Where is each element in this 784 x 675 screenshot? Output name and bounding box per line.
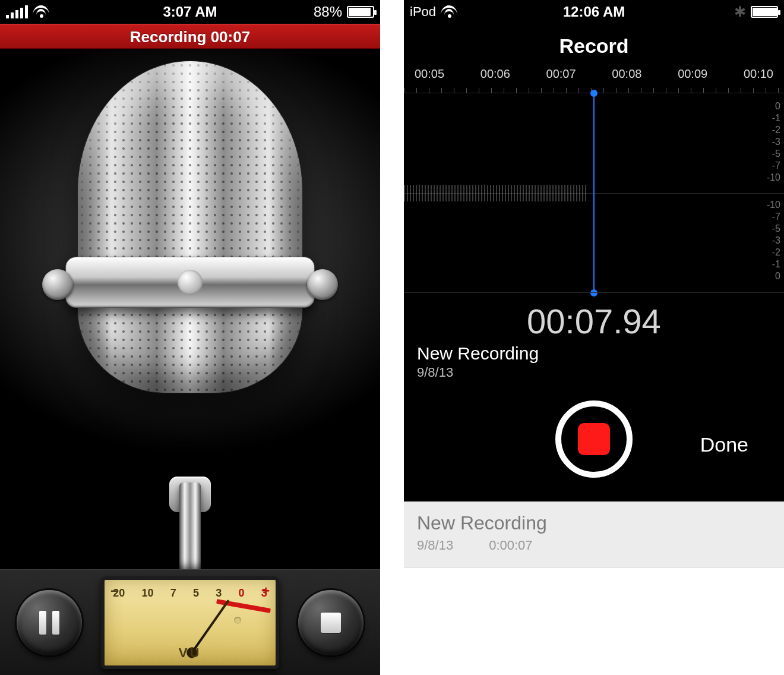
status-bar: 3:07 AM 88% bbox=[0, 0, 380, 24]
recording-banner: Recording 00:07 bbox=[0, 24, 380, 49]
vu-tick: 0 bbox=[239, 587, 245, 600]
ruler-tick: 00:08 bbox=[612, 67, 641, 93]
vu-tick: 20 bbox=[113, 587, 125, 600]
pause-icon bbox=[39, 611, 59, 635]
stop-icon bbox=[578, 423, 610, 455]
ruler-tick: 00:10 bbox=[744, 67, 773, 93]
ruler-tick: 00:05 bbox=[415, 67, 444, 93]
waveform-area[interactable]: 0-1-2 -3-5-7 -10 -10-7-5 -3-2-1 0 bbox=[404, 93, 784, 293]
list-item[interactable]: New Recording 9/8/13 0:00:07 bbox=[404, 501, 784, 568]
vu-peak-dot-icon bbox=[234, 617, 241, 624]
vu-tick: 3 bbox=[216, 587, 222, 600]
list-item-date: 9/8/13 bbox=[417, 538, 453, 553]
microphone-band-icon bbox=[65, 257, 315, 308]
list-item-name: New Recording bbox=[417, 512, 771, 534]
status-time: 12:06 AM bbox=[404, 4, 784, 20]
vu-tick: 10 bbox=[141, 587, 153, 600]
page-title: Record bbox=[404, 24, 784, 67]
done-button[interactable]: Done bbox=[700, 433, 748, 456]
recording-date: 9/8/13 bbox=[404, 365, 784, 395]
control-bar: − + 20 10 7 5 3 0 3 VU bbox=[0, 569, 380, 675]
ruler-tick: 00:06 bbox=[480, 67, 510, 93]
pause-button[interactable] bbox=[17, 590, 82, 655]
vu-tick: 7 bbox=[170, 587, 176, 600]
waveform-trace-icon bbox=[404, 185, 586, 201]
status-bar: iPod 12:06 AM ✱ bbox=[404, 0, 784, 24]
vu-label: VU bbox=[105, 645, 276, 661]
record-controls: Done bbox=[404, 395, 784, 501]
microphone-logo-icon bbox=[178, 270, 203, 295]
microphone-graphic bbox=[0, 49, 380, 583]
stop-button[interactable] bbox=[298, 590, 363, 655]
ruler-tick: 00:09 bbox=[678, 67, 707, 93]
db-scale-upper: 0-1-2 -3-5-7 -10 bbox=[767, 100, 780, 184]
list-item-duration: 0:00:07 bbox=[489, 538, 532, 553]
battery-icon bbox=[347, 6, 374, 18]
stop-record-button[interactable] bbox=[555, 400, 633, 478]
vu-tick: 5 bbox=[193, 587, 199, 600]
db-scale-lower: -10-7-5 -3-2-1 0 bbox=[767, 199, 780, 282]
status-time: 3:07 AM bbox=[0, 4, 380, 20]
battery-icon bbox=[751, 6, 778, 18]
stop-icon bbox=[321, 613, 341, 633]
vu-tick: 3 bbox=[261, 587, 267, 600]
recordings-list[interactable]: New Recording 9/8/13 0:00:07 bbox=[404, 501, 784, 675]
ios7-voice-memo-screen: iPod 12:06 AM ✱ Record 00:05 00:06 00:07… bbox=[404, 0, 784, 675]
ruler-tick: 00:07 bbox=[546, 67, 576, 93]
recording-name[interactable]: New Recording bbox=[404, 342, 784, 365]
elapsed-time: 00:07.94 bbox=[404, 293, 784, 342]
playhead-icon[interactable] bbox=[593, 93, 595, 293]
vu-meter: − + 20 10 7 5 3 0 3 VU bbox=[101, 576, 279, 669]
ios6-voice-memo-screen: 3:07 AM 88% Recording 00:07 − + bbox=[0, 0, 380, 675]
